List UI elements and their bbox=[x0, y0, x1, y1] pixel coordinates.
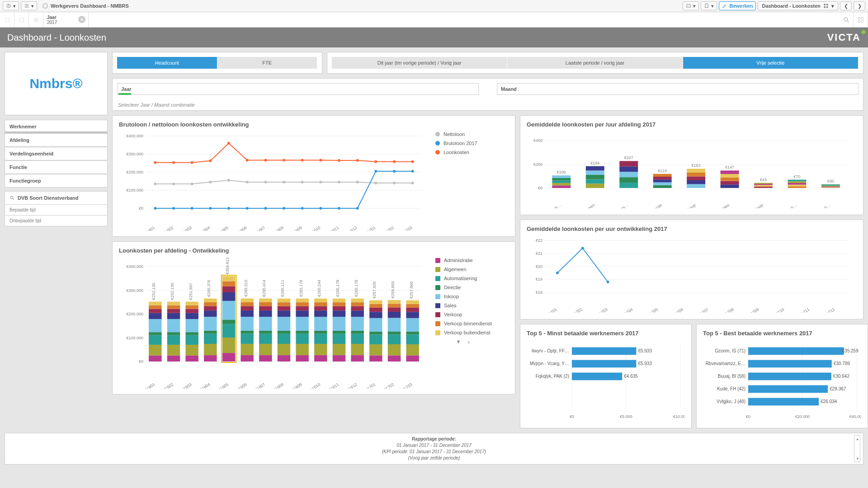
filter-functiegroep[interactable]: Functiegroep bbox=[5, 174, 108, 188]
chart-top5-minst[interactable]: Top 5 - Minst betaalde werknemers 2017 €… bbox=[520, 324, 692, 428]
svg-rect-14 bbox=[861, 17, 863, 19]
svg-rect-110 bbox=[167, 345, 180, 356]
scroll-indicator[interactable]: ▴▾ bbox=[854, 435, 860, 462]
story-button[interactable]: ▾ bbox=[683, 1, 699, 10]
filter-werknemer[interactable]: Werknemer bbox=[5, 120, 108, 133]
month-field[interactable]: Maand bbox=[497, 83, 859, 95]
svg-rect-5 bbox=[824, 4, 826, 6]
filter-afdeling[interactable]: Afdeling bbox=[5, 133, 108, 147]
filter-verdelingseenheid[interactable]: Verdelingseenheid bbox=[5, 147, 108, 160]
svg-text:€100.000: €100.000 bbox=[126, 336, 143, 340]
svg-text:€0: €0 bbox=[139, 359, 143, 364]
svg-rect-236 bbox=[369, 312, 382, 318]
bookmark-button[interactable]: ▾ bbox=[701, 1, 717, 10]
filter-option[interactable]: Onbepaalde tijd bbox=[5, 216, 108, 226]
year-field[interactable]: Jaar bbox=[117, 83, 479, 95]
svg-text:€20.000: €20.000 bbox=[795, 414, 810, 419]
filter-sidebar: Werknemer Afdeling Verdelingseenheid Fun… bbox=[5, 120, 108, 226]
svg-rect-177 bbox=[278, 344, 290, 355]
svg-rect-144 bbox=[222, 324, 235, 338]
prev-sheet-button[interactable]: ❮ bbox=[840, 1, 852, 10]
search-button[interactable] bbox=[839, 12, 854, 27]
svg-rect-166 bbox=[259, 344, 272, 355]
svg-rect-1 bbox=[25, 5, 28, 5]
clear-selection-icon[interactable]: ✕ bbox=[78, 16, 85, 23]
tab-vrije-selectie[interactable]: Vrije selectie bbox=[683, 57, 859, 69]
svg-rect-135 bbox=[204, 317, 217, 331]
step-back-button[interactable] bbox=[0, 12, 14, 27]
tab-laatste-periode[interactable]: Laatste periode / vorig jaar bbox=[507, 57, 683, 69]
chart-per-uur-afdeling[interactable]: Gemiddelde loonkosten per /uur afdeling … bbox=[520, 115, 863, 215]
svg-text:201601: 201601 bbox=[142, 382, 156, 389]
svg-rect-125 bbox=[185, 313, 198, 319]
filter-option[interactable]: Bepaalde tijd bbox=[5, 205, 108, 216]
svg-rect-271 bbox=[552, 183, 571, 186]
svg-rect-248 bbox=[388, 307, 401, 312]
svg-text:Inkoop: Inkoop bbox=[684, 202, 697, 208]
svg-rect-205 bbox=[314, 302, 327, 306]
chart-bruto-netto[interactable]: Brutoloon / nettoloon loonkosten ontwikk… bbox=[112, 115, 515, 237]
svg-text:201602: 201602 bbox=[160, 225, 174, 231]
nav-menu-button[interactable]: ▾ bbox=[3, 1, 19, 10]
svg-rect-4 bbox=[687, 5, 690, 7]
sheet-selector[interactable]: Dashboard - Loonkosten▾ bbox=[758, 1, 838, 10]
svg-text:Algemeen: Algemeen bbox=[578, 202, 596, 208]
svg-rect-201 bbox=[314, 331, 327, 334]
svg-rect-298 bbox=[687, 184, 705, 188]
svg-text:€257.926: €257.926 bbox=[372, 282, 377, 299]
svg-rect-364 bbox=[572, 347, 636, 355]
svg-rect-270 bbox=[552, 185, 571, 188]
svg-text:€147: €147 bbox=[725, 165, 734, 169]
svg-text:201707: 201707 bbox=[696, 307, 709, 313]
tab-dit-jaar[interactable]: Dit jaar (tm vorige periode) / Vorig jaa… bbox=[332, 57, 507, 69]
svg-rect-192 bbox=[296, 310, 308, 317]
step-forward-button[interactable] bbox=[14, 12, 29, 27]
svg-text:€252.130: €252.130 bbox=[170, 283, 175, 300]
svg-rect-106 bbox=[149, 302, 161, 305]
tab-headcount[interactable]: Headcount bbox=[117, 57, 217, 69]
svg-rect-329 bbox=[821, 185, 840, 186]
svg-text:201703: 201703 bbox=[594, 307, 608, 313]
svg-rect-142 bbox=[222, 353, 235, 361]
clear-all-button[interactable] bbox=[29, 12, 43, 27]
svg-rect-111 bbox=[167, 335, 180, 345]
svg-rect-3 bbox=[25, 7, 28, 8]
svg-rect-180 bbox=[278, 317, 290, 331]
filter-dienstverband[interactable]: DVB Soort Dienstverband bbox=[5, 191, 108, 205]
svg-text:€18: €18 bbox=[536, 290, 542, 295]
selection-item-jaar[interactable]: Jaar 2017 ✕ bbox=[43, 12, 89, 27]
next-sheet-button[interactable]: ❯ bbox=[854, 1, 865, 10]
svg-rect-260 bbox=[406, 304, 419, 308]
svg-text:€400: €400 bbox=[533, 138, 542, 143]
tab-fte[interactable]: FTE bbox=[217, 57, 318, 69]
svg-text:€200: €200 bbox=[533, 162, 542, 167]
svg-text:€22: €22 bbox=[536, 238, 542, 243]
svg-rect-239 bbox=[369, 300, 382, 304]
svg-rect-327 bbox=[821, 187, 840, 188]
svg-rect-220 bbox=[351, 355, 363, 361]
chart-top5-best[interactable]: Top 5 - Best betaalde werknemers 2017 €0… bbox=[696, 324, 868, 428]
svg-text:€26.034: €26.034 bbox=[821, 399, 837, 404]
chart-per-afdeling-ontwikkeling[interactable]: Loonkosten per afdeling - Ontwikkeling €… bbox=[112, 241, 515, 394]
app-toolbar: ▾ ▾ Werkgevers Dashboard - NMBRS ▾ ▾ Bew… bbox=[0, 0, 868, 12]
svg-rect-215 bbox=[333, 306, 345, 310]
svg-rect-190 bbox=[296, 331, 308, 334]
svg-rect-246 bbox=[388, 318, 401, 332]
field-hint: Selecteer Jaar / Maand combinatie bbox=[113, 99, 863, 110]
svg-text:Directie: Directie bbox=[649, 202, 663, 208]
filter-functie[interactable]: Functie bbox=[5, 160, 108, 174]
svg-rect-105 bbox=[149, 305, 161, 309]
svg-rect-148 bbox=[222, 286, 235, 292]
chart-per-uur-ontwikkeling[interactable]: Gemiddelde loonkosten per uur ontwikkeli… bbox=[520, 220, 863, 319]
svg-rect-213 bbox=[333, 317, 345, 331]
svg-rect-279 bbox=[586, 175, 604, 179]
global-menu-button[interactable]: ▾ bbox=[21, 1, 37, 10]
svg-text:€251.997: €251.997 bbox=[189, 283, 193, 300]
svg-rect-176 bbox=[278, 355, 290, 361]
edit-button[interactable]: Bewerken bbox=[719, 1, 756, 10]
report-footer: Rapportage periode: 01 Januari 2017 - 31… bbox=[5, 433, 863, 465]
selections-tool-button[interactable] bbox=[854, 12, 868, 27]
svg-rect-294 bbox=[653, 177, 672, 179]
svg-text:201608: 201608 bbox=[271, 225, 284, 231]
svg-text:€30: €30 bbox=[827, 179, 834, 183]
